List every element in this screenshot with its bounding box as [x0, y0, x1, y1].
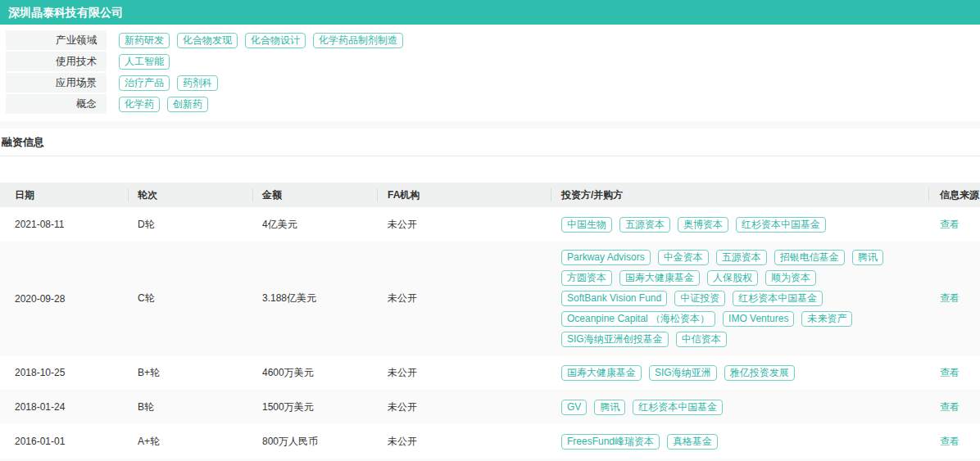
cell-fa: 未公开	[377, 435, 551, 449]
attribute-tag-list: 化学药创新药	[119, 97, 208, 112]
cell-investors: 中国生物五源资本奥博资本红杉资本中国基金	[551, 217, 928, 233]
tag-chip[interactable]: 人工智能	[119, 54, 170, 70]
tag-chip[interactable]: SIG海纳亚洲	[649, 365, 717, 381]
tag-chip[interactable]: FreesFund峰瑞资本	[561, 434, 660, 450]
tag-chip[interactable]: Oceanpine Capital （海松资本）	[561, 311, 715, 327]
attribute-row: 使用技术 人工智能	[6, 52, 980, 71]
tag-chip[interactable]: 国寿大健康基金	[619, 270, 700, 286]
cell-date: 2021-08-11	[0, 219, 128, 230]
tag-chip[interactable]: 人保股权	[707, 270, 758, 286]
cell-date: 2016-01-01	[0, 436, 128, 447]
tag-chip[interactable]: 红杉资本中国基金	[633, 400, 723, 415]
column-header-amount: 金额	[252, 183, 377, 207]
tag-chip[interactable]: 顺为资本	[765, 270, 816, 286]
attribute-row: 应用场景 治疗产品药剂科	[6, 73, 980, 93]
cell-amount: 4600万美元	[252, 366, 377, 380]
cell-source: 查看	[928, 400, 980, 414]
tag-chip[interactable]: 方圆资本	[561, 270, 612, 286]
cell-date: 2020-09-28	[0, 293, 128, 305]
financing-row: 2016-01-01 A+轮 800万人民币 未公开 FreesFund峰瑞资本…	[0, 424, 980, 459]
cell-source: 查看	[928, 292, 980, 305]
tag-chip[interactable]: 未来资产	[801, 311, 852, 327]
tag-chip[interactable]: 中证投资	[674, 291, 725, 306]
cell-amount: 800万人民币	[252, 435, 377, 449]
attribute-label: 应用场景	[6, 73, 107, 93]
tag-chip[interactable]: 招银电信基金	[774, 250, 845, 265]
tag-chip[interactable]: SoftBank Vision Fund	[561, 291, 667, 306]
tag-chip[interactable]: 创新药	[167, 97, 208, 112]
tag-chip[interactable]: 五源资本	[716, 250, 767, 265]
financing-section-title: 融资信息	[2, 137, 980, 148]
tag-chip[interactable]: IMO Ventures	[723, 311, 794, 327]
tag-chip[interactable]: SIG海纳亚洲创投基金	[561, 332, 669, 347]
section-divider-line	[0, 156, 980, 156]
column-header-source: 信息来源	[928, 183, 980, 207]
investor-tag-list: GV腾讯红杉资本中国基金	[561, 400, 723, 415]
tag-chip[interactable]: 治疗产品	[119, 75, 170, 91]
cell-investors: Parkway Advisors中金资本五源资本招银电信基金腾讯方圆资本国寿大健…	[551, 250, 928, 347]
attribute-tag-list: 新药研发化合物发现化合物设计化学药品制剂制造	[119, 33, 403, 48]
investor-tag-list: Parkway Advisors中金资本五源资本招银电信基金腾讯方圆资本国寿大健…	[561, 250, 920, 347]
financing-table-header: 日期 轮次 金额 FA机构 投资方/并购方 信息来源	[0, 183, 980, 207]
tag-chip[interactable]: 化合物设计	[245, 33, 306, 48]
financing-row: 2020-09-28 C轮 3.188亿美元 未公开 Parkway Advis…	[0, 242, 980, 355]
tag-chip[interactable]: 红杉资本中国基金	[736, 217, 826, 233]
tag-chip[interactable]: 真格基金	[667, 434, 718, 450]
cell-date: 2018-01-24	[0, 401, 128, 413]
view-source-link[interactable]: 查看	[940, 366, 960, 380]
investor-tag-list: 中国生物五源资本奥博资本红杉资本中国基金	[561, 217, 826, 233]
cell-round: C轮	[128, 292, 252, 305]
cell-amount: 4亿美元	[252, 218, 377, 232]
cell-round: A+轮	[128, 435, 252, 449]
cell-investors: 国寿大健康基金SIG海纳亚洲雅亿投资发展	[551, 365, 928, 381]
section-separator-strip	[0, 121, 980, 129]
tag-chip[interactable]: GV	[561, 400, 587, 415]
company-name: 深圳晶泰科技有限公司	[8, 6, 123, 19]
column-header-date: 日期	[0, 183, 128, 207]
tag-chip[interactable]: 化学药品制剂制造	[313, 33, 403, 48]
view-source-link[interactable]: 查看	[940, 400, 960, 414]
financing-row: 2018-10-25 B+轮 4600万美元 未公开 国寿大健康基金SIG海纳亚…	[0, 355, 980, 390]
view-source-link[interactable]: 查看	[940, 435, 960, 449]
attribute-tag-list: 治疗产品药剂科	[119, 75, 218, 91]
cell-round: B轮	[128, 400, 252, 414]
tag-chip[interactable]: 中信资本	[676, 332, 727, 347]
tag-chip[interactable]: 奥博资本	[678, 217, 728, 233]
view-source-link[interactable]: 查看	[940, 218, 960, 232]
cell-investors: FreesFund峰瑞资本真格基金	[551, 434, 928, 450]
financing-table-body: 2021-08-11 D轮 4亿美元 未公开 中国生物五源资本奥博资本红杉资本中…	[0, 207, 980, 461]
cell-amount: 1500万美元	[252, 400, 377, 414]
cell-round: D轮	[128, 218, 252, 232]
tag-chip[interactable]: 中金资本	[658, 250, 709, 265]
tag-chip[interactable]: 腾讯	[852, 250, 883, 265]
tag-chip[interactable]: Parkway Advisors	[561, 250, 651, 265]
cell-date: 2018-10-25	[0, 367, 128, 378]
tag-chip[interactable]: 中国生物	[561, 217, 612, 233]
tag-chip[interactable]: 五源资本	[619, 217, 670, 233]
cell-fa: 未公开	[377, 292, 551, 305]
cell-source: 查看	[928, 218, 980, 232]
tag-chip[interactable]: 药剂科	[177, 75, 218, 91]
investor-tag-list: 国寿大健康基金SIG海纳亚洲雅亿投资发展	[561, 365, 795, 381]
cell-investors: GV腾讯红杉资本中国基金	[551, 400, 928, 415]
attribute-label: 产业领域	[6, 30, 107, 50]
cell-amount: 3.188亿美元	[252, 292, 377, 305]
financing-row: 2018-01-24 B轮 1500万美元 未公开 GV腾讯红杉资本中国基金 查…	[0, 390, 980, 424]
tag-chip[interactable]: 国寿大健康基金	[561, 365, 642, 381]
view-source-link[interactable]: 查看	[940, 292, 960, 305]
cell-fa: 未公开	[377, 366, 551, 380]
cell-source: 查看	[928, 435, 980, 449]
cell-source: 查看	[928, 366, 980, 380]
tag-chip[interactable]: 化合物发现	[177, 33, 238, 48]
cell-round: B+轮	[128, 366, 252, 380]
tag-chip[interactable]: 腾讯	[594, 400, 625, 415]
tag-chip[interactable]: 雅亿投资发展	[724, 365, 795, 381]
tag-chip[interactable]: 红杉资本中国基金	[733, 291, 823, 306]
financing-table: 日期 轮次 金额 FA机构 投资方/并购方 信息来源 2021-08-11 D轮…	[0, 183, 980, 461]
column-header-round: 轮次	[128, 183, 252, 207]
tag-chip[interactable]: 化学药	[119, 97, 160, 112]
cell-fa: 未公开	[377, 400, 551, 414]
attribute-tag-list: 人工智能	[119, 54, 170, 70]
tag-chip[interactable]: 新药研发	[119, 33, 170, 48]
attribute-label: 概念	[6, 94, 107, 114]
